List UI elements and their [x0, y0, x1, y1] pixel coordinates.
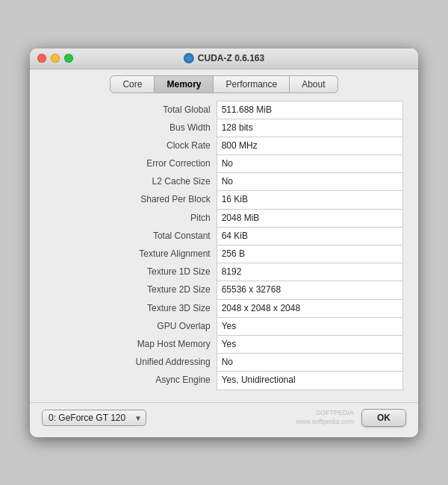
table-row: Async EngineYes, Unidirectional [45, 372, 403, 389]
field-label: Total Constant [45, 227, 217, 245]
field-label: Shared Per Block [45, 191, 217, 209]
table-row: Total Global511.688 MiB [45, 101, 403, 119]
table-row: Unified AddressingNo [45, 354, 403, 372]
table-row: Texture Alignment256 B [45, 245, 403, 263]
app-icon [184, 53, 194, 63]
field-value: Yes [217, 335, 402, 353]
table-row: Shared Per Block16 KiB [45, 191, 403, 209]
main-window: CUDA-Z 0.6.163 Core Memory Performance A… [30, 48, 418, 437]
tab-core[interactable]: Core [110, 75, 155, 93]
field-label: Map Host Memory [45, 335, 217, 353]
field-value: Yes, Unidirectional [217, 372, 402, 389]
table-row: Texture 2D Size65536 x 32768 [45, 281, 403, 299]
table-row: L2 Cache SizeNo [45, 173, 403, 191]
gpu-select-wrapper: 0: GeForce GT 120 ▼ [42, 410, 146, 426]
table-row: GPU OverlapYes [45, 317, 403, 335]
field-value: 128 bits [217, 119, 402, 137]
field-value: 256 B [217, 245, 402, 263]
table-row: Map Host MemoryYes [45, 335, 403, 353]
field-label: Texture Alignment [45, 245, 217, 263]
field-value: No [217, 173, 402, 191]
field-value: No [217, 354, 402, 372]
table-row: Error CorrectionNo [45, 155, 403, 173]
table-row: Texture 1D Size8192 [45, 263, 403, 281]
field-label: Unified Addressing [45, 354, 217, 372]
ok-button[interactable]: OK [361, 409, 406, 427]
footer: 0: GeForce GT 120 ▼ SOFTPEDIA www.softpe… [30, 402, 418, 437]
close-button[interactable] [37, 54, 46, 63]
table-row: Clock Rate800 MHz [45, 137, 403, 154]
minimize-button[interactable] [51, 54, 60, 63]
field-value: 800 MHz [217, 137, 402, 154]
tab-about[interactable]: About [290, 75, 337, 93]
table-row: Pitch2048 MiB [45, 209, 403, 227]
table-row: Total Constant64 KiB [45, 227, 403, 245]
field-label: Error Correction [45, 155, 217, 173]
table-row: Bus Width128 bits [45, 119, 403, 137]
field-value: 511.688 MiB [217, 101, 402, 119]
field-label: Total Global [45, 101, 217, 119]
tab-bar: Core Memory Performance About [30, 69, 418, 93]
maximize-button[interactable] [64, 54, 73, 63]
table-row: Texture 3D Size2048 x 2048 x 2048 [45, 299, 403, 317]
memory-info-table: Total Global511.688 MiBBus Width128 bits… [45, 101, 403, 390]
field-label: Bus Width [45, 119, 217, 137]
field-value: Yes [217, 317, 402, 335]
watermark: SOFTPEDIA www.softpedia.com [296, 409, 354, 426]
field-value: 2048 MiB [217, 209, 402, 227]
gpu-select[interactable]: 0: GeForce GT 120 [42, 410, 146, 426]
field-label: Clock Rate [45, 137, 217, 154]
field-value: 8192 [217, 263, 402, 281]
field-value: 2048 x 2048 x 2048 [217, 299, 402, 317]
field-value: 65536 x 32768 [217, 281, 402, 299]
field-label: Texture 1D Size [45, 263, 217, 281]
field-value: 16 KiB [217, 191, 402, 209]
field-label: Texture 3D Size [45, 299, 217, 317]
field-label: Pitch [45, 209, 217, 227]
content-area: Total Global511.688 MiBBus Width128 bits… [30, 93, 418, 398]
field-value: No [217, 155, 402, 173]
footer-right: SOFTPEDIA www.softpedia.com OK [296, 409, 406, 427]
titlebar: CUDA-Z 0.6.163 [30, 48, 418, 69]
tab-memory[interactable]: Memory [155, 75, 214, 93]
window-title: CUDA-Z 0.6.163 [184, 53, 264, 63]
field-label: L2 Cache Size [45, 173, 217, 191]
field-label: Texture 2D Size [45, 281, 217, 299]
traffic-lights [37, 54, 73, 63]
field-label: Async Engine [45, 372, 217, 389]
field-value: 64 KiB [217, 227, 402, 245]
tab-performance[interactable]: Performance [214, 75, 290, 93]
field-label: GPU Overlap [45, 317, 217, 335]
